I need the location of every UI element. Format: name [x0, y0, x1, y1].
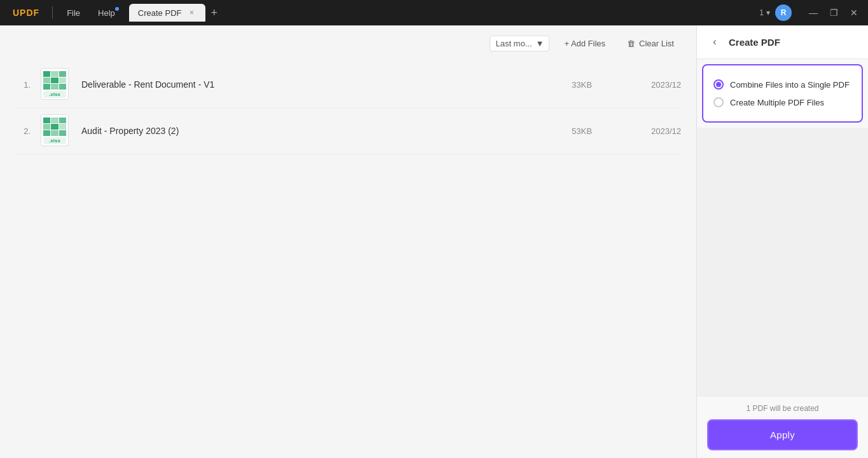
maximize-button[interactable]: ❐ [825, 4, 843, 22]
xlsx-icon: .xlsx [41, 114, 69, 146]
file-icon: .xlsx [41, 114, 71, 147]
xlsx-cell [43, 130, 50, 136]
clear-list-button[interactable]: 🗑 Clear List [620, 36, 681, 51]
divider [52, 6, 53, 19]
tabs-area: Create PDF × + [129, 4, 759, 22]
help-notification-dot [115, 7, 119, 11]
xlsx-cell [51, 130, 58, 136]
file-size: 53KB [556, 126, 607, 136]
toolbar: Last mo... ▼ + Add Files 🗑 Clear List [15, 36, 681, 51]
app-logo: UPDF [5, 8, 47, 18]
xlsx-grid [43, 71, 66, 90]
xlsx-cell [43, 118, 50, 123]
menu-file[interactable]: File [58, 6, 89, 20]
file-item: 1. .xls [15, 62, 681, 108]
sort-dropdown[interactable]: Last mo... ▼ [490, 36, 549, 51]
xlsx-icon: .xlsx [41, 68, 69, 100]
title-bar: UPDF File Help Create PDF × + 1 ▾ R — ❐ … [0, 0, 868, 25]
back-button[interactable]: ‹ [707, 34, 722, 50]
file-size: 33KB [556, 80, 607, 90]
file-list: 1. .xls [15, 62, 681, 448]
version-chevron[interactable]: ▾ [766, 8, 770, 17]
xlsx-cell [43, 77, 50, 83]
panel-options: Combine Files into a Single PDF Create M… [702, 64, 863, 123]
xlsx-cell [51, 77, 58, 83]
radio-multiple-indicator [713, 97, 724, 107]
user-avatar[interactable]: R [775, 4, 792, 21]
tab-close-button[interactable]: × [186, 8, 196, 18]
pdf-count-text: 1 PDF will be created [707, 404, 858, 413]
combine-option-label: Combine Files into a Single PDF [730, 80, 850, 90]
title-bar-right: 1 ▾ R — ❐ ✕ [759, 4, 863, 22]
panel-footer: 1 PDF will be created Apply [697, 396, 868, 458]
menu-help[interactable]: Help [89, 6, 124, 20]
xlsx-cell [43, 71, 50, 77]
sort-chevron-icon: ▼ [536, 39, 544, 48]
file-icon: .xlsx [41, 68, 71, 101]
file-ext-label: .xlsx [43, 137, 66, 144]
panel-title: Create PDF [729, 37, 780, 48]
xlsx-cell [51, 118, 58, 123]
file-number: 2. [15, 126, 31, 136]
window-controls: — ❐ ✕ [804, 4, 863, 22]
minimize-button[interactable]: — [804, 4, 822, 22]
sort-label: Last mo... [495, 39, 532, 48]
close-button[interactable]: ✕ [845, 4, 863, 22]
trash-icon: 🗑 [627, 39, 635, 48]
xlsx-cell [59, 118, 66, 123]
xlsx-grid [43, 118, 66, 136]
file-date: 2023/12 [617, 126, 681, 136]
new-tab-button[interactable]: + [205, 6, 223, 20]
main-layout: Last mo... ▼ + Add Files 🗑 Clear List 1. [0, 25, 868, 458]
file-number: 1. [15, 80, 31, 90]
multiple-option-label: Create Multiple PDF Files [730, 98, 824, 107]
xlsx-cell [59, 124, 66, 130]
xlsx-cell [51, 84, 58, 90]
add-files-button[interactable]: + Add Files [557, 36, 612, 51]
menu-bar: File Help [58, 6, 124, 20]
file-item: 2. .xls [15, 108, 681, 154]
xlsx-cell [59, 77, 66, 83]
file-ext-label: .xlsx [43, 91, 66, 98]
xlsx-cell [43, 124, 50, 130]
file-date: 2023/12 [617, 80, 681, 90]
panel-body [697, 128, 868, 396]
tab-create-pdf[interactable]: Create PDF × [129, 4, 206, 22]
file-name: Deliverable - Rent Document - V1 [81, 79, 546, 90]
xlsx-cell [51, 71, 58, 77]
xlsx-cell [59, 130, 66, 136]
apply-button[interactable]: Apply [707, 419, 858, 450]
tab-label: Create PDF [138, 8, 182, 18]
xlsx-cell [59, 84, 66, 90]
create-multiple-pdf-option[interactable]: Create Multiple PDF Files [713, 93, 851, 111]
combine-single-pdf-option[interactable]: Combine Files into a Single PDF [713, 76, 851, 93]
radio-combine-indicator [713, 79, 724, 90]
version-badge: 1 ▾ [759, 8, 770, 17]
xlsx-cell [43, 84, 50, 90]
xlsx-cell [59, 71, 66, 77]
file-name: Audit - Property 2023 (2) [81, 126, 546, 136]
right-panel: ‹ Create PDF Combine Files into a Single… [696, 25, 868, 458]
file-area: Last mo... ▼ + Add Files 🗑 Clear List 1. [0, 25, 696, 458]
panel-header: ‹ Create PDF [697, 25, 868, 59]
xlsx-cell [51, 124, 58, 130]
